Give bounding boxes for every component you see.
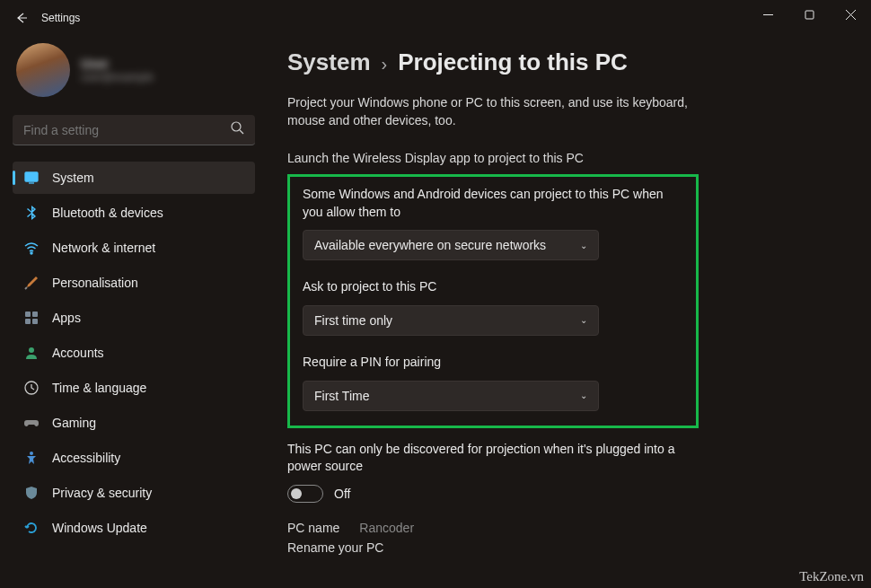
- sidebar-item-label: Accounts: [52, 346, 104, 360]
- sidebar-item-label: Bluetooth & devices: [52, 206, 163, 220]
- window-title: Settings: [41, 12, 80, 24]
- dropdown-value: First Time: [314, 389, 369, 403]
- search-box[interactable]: [13, 115, 255, 145]
- breadcrumb-parent[interactable]: System: [287, 48, 371, 76]
- bluetooth-icon: [23, 205, 40, 221]
- highlighted-settings: Some Windows and Android devices can pro…: [287, 174, 699, 427]
- sidebar-item-apps[interactable]: Apps: [13, 302, 255, 334]
- update-icon: [23, 520, 40, 536]
- launch-text: Launch the Wireless Display app to proje…: [287, 151, 853, 165]
- setting-label: Some Windows and Android devices can pro…: [303, 186, 680, 221]
- sidebar-item-label: Personalisation: [52, 276, 138, 290]
- wifi-icon: [23, 240, 40, 256]
- watermark: TekZone.vn: [799, 569, 864, 584]
- sidebar-item-bluetooth[interactable]: Bluetooth & devices: [13, 197, 255, 229]
- chevron-down-icon: ⌄: [580, 241, 587, 250]
- svg-rect-2: [25, 172, 38, 181]
- system-icon: [23, 170, 40, 186]
- clock-icon: [23, 380, 40, 396]
- dropdown-value: First time only: [314, 313, 392, 328]
- svg-point-8: [29, 347, 34, 353]
- breadcrumb: System › Projecting to this PC: [287, 48, 853, 76]
- sidebar-item-label: Privacy & security: [52, 486, 152, 500]
- window-controls: [747, 0, 871, 29]
- pc-name-value: Rancoder: [359, 521, 414, 535]
- apps-icon: [23, 310, 40, 326]
- sidebar-item-label: Gaming: [52, 416, 96, 430]
- pin-dropdown[interactable]: First Time ⌄: [303, 381, 599, 411]
- chevron-down-icon: ⌄: [580, 391, 587, 400]
- shield-icon: [23, 485, 40, 501]
- sidebar-item-system[interactable]: System: [13, 162, 255, 194]
- arrow-left-icon: [14, 11, 29, 25]
- sidebar-item-label: Apps: [52, 311, 81, 325]
- setting-label: Ask to project to this PC: [303, 278, 680, 296]
- ask-project-dropdown[interactable]: First time only ⌄: [303, 305, 599, 336]
- maximize-icon: [805, 10, 814, 20]
- svg-rect-4: [25, 312, 31, 317]
- svg-point-3: [31, 252, 32, 254]
- chevron-right-icon: ›: [382, 54, 388, 75]
- sidebar-item-personalisation[interactable]: Personalisation: [13, 267, 255, 299]
- search-input[interactable]: [23, 123, 231, 137]
- sidebar-item-accessibility[interactable]: Accessibility: [13, 442, 255, 474]
- sidebar-item-label: Windows Update: [52, 521, 147, 535]
- user-email: user@example: [81, 71, 154, 83]
- close-icon: [846, 10, 856, 20]
- pc-name-row: PC name Rancoder: [287, 521, 853, 535]
- dropdown-value: Available everywhere on secure networks: [314, 238, 546, 252]
- sidebar: User user@example System Bluetooth & dev…: [0, 36, 268, 588]
- sidebar-item-label: Network & internet: [52, 241, 155, 255]
- page-title: Projecting to this PC: [398, 48, 628, 76]
- close-button[interactable]: [830, 0, 871, 29]
- sidebar-item-label: Accessibility: [52, 451, 120, 465]
- chevron-down-icon: ⌄: [580, 315, 587, 325]
- gaming-icon: [23, 415, 40, 431]
- svg-point-10: [30, 452, 33, 455]
- minimize-button[interactable]: [747, 0, 788, 29]
- sidebar-item-accounts[interactable]: Accounts: [13, 337, 255, 369]
- discovery-toggle[interactable]: [287, 485, 323, 503]
- discovery-toggle-row: Off: [287, 485, 853, 503]
- svg-point-1: [232, 122, 241, 131]
- main-content: System › Projecting to this PC Project y…: [268, 36, 871, 588]
- accessibility-icon: [23, 450, 40, 466]
- sidebar-item-label: Time & language: [52, 381, 146, 395]
- user-section[interactable]: User user@example: [13, 43, 255, 97]
- pc-name-label: PC name: [287, 521, 339, 535]
- maximize-button[interactable]: [788, 0, 830, 29]
- svg-rect-5: [32, 312, 38, 317]
- sidebar-item-label: System: [52, 171, 94, 185]
- user-name: User: [81, 57, 154, 71]
- sidebar-item-time-language[interactable]: Time & language: [13, 372, 255, 404]
- sidebar-item-gaming[interactable]: Gaming: [13, 407, 255, 439]
- sidebar-item-privacy[interactable]: Privacy & security: [13, 477, 255, 509]
- rename-pc-link[interactable]: Rename your PC: [287, 540, 853, 555]
- back-button[interactable]: [7, 4, 36, 32]
- page-description: Project your Windows phone or PC to this…: [287, 94, 700, 129]
- sidebar-item-windows-update[interactable]: Windows Update: [13, 512, 255, 544]
- availability-dropdown[interactable]: Available everywhere on secure networks …: [303, 230, 599, 260]
- svg-rect-7: [32, 319, 38, 324]
- accounts-icon: [23, 345, 40, 361]
- brush-icon: [23, 275, 40, 291]
- minimize-icon: [763, 10, 773, 20]
- setting-label: Require a PIN for pairing: [303, 354, 680, 372]
- sidebar-item-network[interactable]: Network & internet: [13, 232, 255, 264]
- svg-rect-0: [805, 11, 814, 19]
- titlebar: Settings: [0, 0, 871, 36]
- search-icon: [231, 121, 244, 138]
- toggle-state: Off: [334, 487, 350, 501]
- svg-rect-6: [25, 319, 31, 324]
- discovery-label: This PC can only be discovered for proje…: [287, 441, 682, 476]
- avatar: [16, 43, 70, 97]
